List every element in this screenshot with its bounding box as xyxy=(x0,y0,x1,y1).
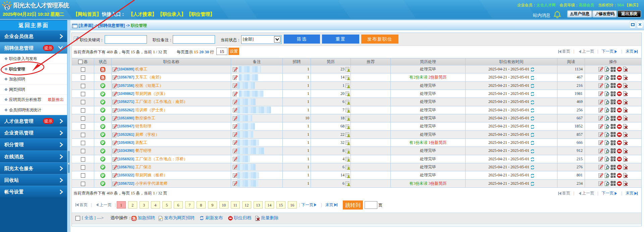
svg-text:急: 急 xyxy=(101,76,105,80)
svg-text:急: 急 xyxy=(132,217,136,221)
svg-text:急: 急 xyxy=(101,68,105,72)
svg-text:YG: YG xyxy=(4,6,10,10)
